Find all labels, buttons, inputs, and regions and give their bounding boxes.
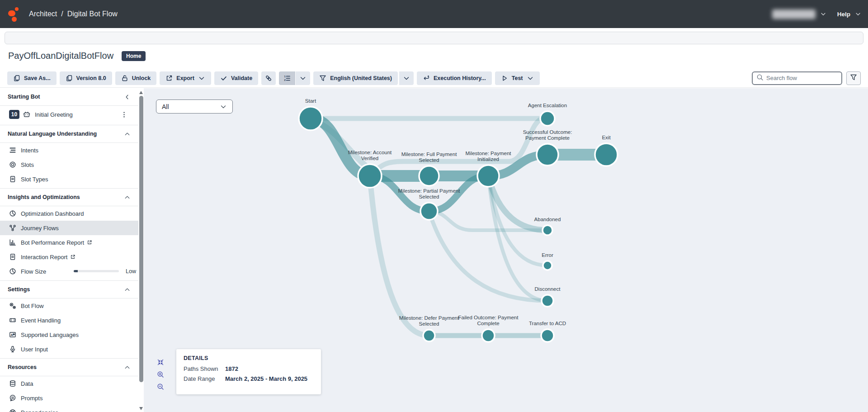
help-chevron-down-icon[interactable] — [855, 11, 861, 17]
flow-node-start[interactable] — [299, 107, 322, 130]
details-panel: DETAILS Paths Shown1872 Date RangeMarch … — [176, 349, 321, 394]
sidebar-item-flow-size[interactable]: Flow SizeLow — [0, 264, 138, 279]
chevron-down-icon — [527, 75, 534, 82]
sidebar-item-label: Bot Performance Report — [21, 239, 84, 246]
sidebar-item-interaction-report[interactable]: Interaction Report — [0, 250, 138, 264]
path-filter-value: All — [162, 103, 169, 110]
journey-flow-canvas: StartAgent EscalationSuccessful Outcome:… — [144, 88, 868, 412]
sidebar-item-intents[interactable]: Intents — [0, 143, 138, 157]
buoy-icon — [9, 409, 16, 412]
section-header-starting-bot: Starting Bot — [0, 88, 138, 105]
sidebar-item-label: Bot Flow — [21, 303, 44, 309]
collapse-panel-icon[interactable] — [124, 94, 131, 100]
chevron-up-icon[interactable] — [124, 131, 131, 137]
save-as-button[interactable]: Save As... — [7, 71, 57, 85]
search-flow-input[interactable] — [766, 75, 834, 81]
chevron-down-icon — [403, 75, 410, 82]
execution-history-button[interactable]: Execution History... — [417, 71, 492, 85]
sidebar-item-dependencies[interactable]: Dependencies — [0, 405, 138, 412]
sidebar-item-label: Optimization Dashboard — [21, 210, 84, 217]
copy-icon — [66, 75, 73, 82]
version-button[interactable]: Version 8.0 — [60, 71, 112, 85]
list-view-dropdown-button[interactable] — [296, 71, 310, 85]
sidebar-item-slots[interactable]: Slots — [0, 157, 138, 172]
zoom-in-icon[interactable] — [157, 371, 164, 378]
sidebar-item-supported-languages[interactable]: ASupported Languages — [0, 327, 138, 342]
paths-shown-label: Paths Shown — [184, 365, 225, 372]
sidebar-item-initial-greeting[interactable]: 10Initial Greeting — [0, 106, 138, 123]
flow-node-pinit[interactable] — [477, 165, 499, 187]
sidebar-item-optimization-dashboard[interactable]: Optimization Dashboard — [0, 206, 138, 221]
search-flow-box — [752, 71, 842, 85]
path-filter-select[interactable]: All — [156, 99, 233, 114]
fit-to-screen-icon[interactable] — [157, 359, 164, 366]
sidebar-item-label: Initial Greeting — [35, 111, 73, 118]
breadcrumb: Architect / Digital Bot Flow — [29, 10, 118, 18]
sidebar-item-slot-types[interactable]: Slot Types — [0, 172, 138, 186]
flow-link-partial-to-disconnect — [429, 211, 547, 301]
link-icon — [265, 75, 272, 82]
flow-node-transfer[interactable] — [541, 329, 554, 342]
sidebar-item-bot-performance-report[interactable]: Bot Performance Report — [0, 235, 138, 250]
sidebar-item-journey-flows[interactable]: Journey Flows — [0, 221, 138, 235]
external-link-icon — [87, 240, 92, 245]
doc-icon — [9, 175, 16, 183]
sidebar-item-data[interactable]: Data — [0, 376, 138, 391]
unlock-button[interactable]: Unlock — [115, 71, 157, 85]
ordered-list-view-button[interactable]: 12 — [279, 71, 295, 85]
flow-node-disconnect[interactable] — [542, 295, 553, 307]
sidebar-item-label: User Input — [21, 346, 48, 353]
section-header-insights-and-optimizations: Insights and Optimizations — [0, 189, 138, 206]
flow-node-error[interactable] — [543, 261, 552, 270]
sidebar-item-label: Data — [21, 380, 33, 387]
sidebar-item-label: Interaction Report — [21, 254, 67, 260]
flow-node-exit[interactable] — [595, 143, 618, 166]
flow-sidebar: Starting Bot10Initial GreetingNatural La… — [0, 88, 138, 412]
language-dropdown-button[interactable] — [399, 71, 414, 85]
test-button[interactable]: Test — [495, 71, 540, 85]
chevron-up-icon[interactable] — [124, 286, 131, 293]
flow-node-abandoned[interactable] — [542, 225, 552, 235]
sidebar-item-prompts[interactable]: Prompts — [0, 391, 138, 405]
user-menu-chevron-down-icon[interactable] — [820, 11, 826, 17]
validate-button[interactable]: Validate — [214, 71, 258, 85]
flow-node-label: Complete — [477, 321, 499, 326]
sidebar-scrollbar[interactable] — [138, 88, 144, 412]
language-button[interactable]: English (United States) — [313, 71, 398, 85]
flow-node-success[interactable] — [537, 144, 558, 166]
copy-link-button[interactable] — [261, 71, 276, 85]
home-badge[interactable]: Home — [122, 51, 146, 61]
svg-text:2: 2 — [284, 79, 286, 81]
flow-node-account[interactable] — [358, 164, 382, 188]
scrollbar-thumb[interactable] — [139, 96, 143, 382]
user-menu-masked[interactable] — [772, 9, 816, 19]
flow-node-label: Disconnect — [535, 286, 561, 292]
flow-node-defer[interactable] — [423, 330, 435, 341]
filter-button[interactable] — [846, 71, 861, 85]
flow-node-partial[interactable] — [420, 203, 438, 220]
flow-node-failed[interactable] — [482, 329, 495, 342]
flow-node-agent[interactable] — [540, 111, 555, 126]
flow-node-label: Milestone: Account — [348, 150, 392, 155]
kebab-menu-icon[interactable] — [121, 111, 127, 118]
sidebar-item-bot-flow[interactable]: Bot Flow — [0, 298, 138, 313]
zoom-out-icon[interactable] — [157, 383, 164, 390]
export-button[interactable]: Export — [160, 71, 211, 85]
funnel-icon — [850, 74, 857, 83]
search-icon — [756, 74, 764, 83]
sidebar-item-event-handling[interactable]: Event Handling — [0, 313, 138, 327]
chevron-up-icon[interactable] — [124, 194, 131, 201]
chevron-up-icon[interactable] — [124, 364, 131, 371]
sidebar-item-label: Prompts — [21, 395, 42, 402]
help-menu[interactable]: Help — [837, 11, 850, 18]
sidebar-item-user-input[interactable]: User Input — [0, 342, 138, 356]
scroll-up-icon[interactable] — [139, 91, 143, 94]
section-title: Natural Language Understanding — [8, 131, 97, 137]
flow-node-label: Milestone: Full Payment — [401, 152, 458, 157]
flow-node-full[interactable] — [419, 166, 439, 186]
flow-node-label: Agent Escalation — [528, 103, 567, 108]
scroll-down-icon[interactable] — [139, 407, 143, 410]
chevron-down-icon — [220, 103, 227, 110]
flow-size-level: Low — [126, 268, 136, 275]
breadcrumb-app[interactable]: Architect — [29, 10, 57, 18]
